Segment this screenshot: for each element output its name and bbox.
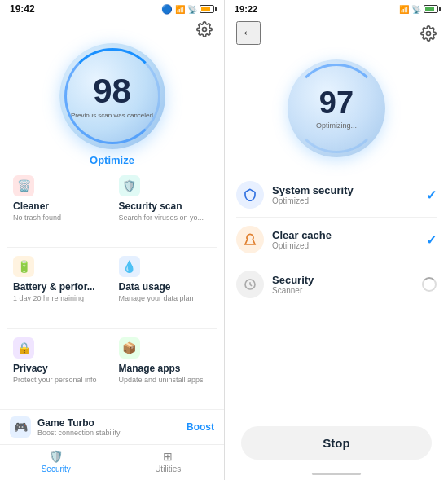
grid-cell-cleaner[interactable]: 🗑️ Cleaner No trash found: [7, 167, 112, 248]
left-header: [0, 18, 224, 41]
scan-item-system-security: System security Optimized ✓: [236, 173, 437, 218]
boost-button[interactable]: Boost: [187, 421, 214, 433]
security-scanner-text: Security Scanner: [272, 274, 422, 295]
security-scanner-sub: Scanner: [272, 286, 422, 295]
nav-security-icon: 🛡️: [49, 450, 63, 463]
left-panel: 19:42 🔵 📶 📡 98 Previous scan was cancele…: [0, 0, 224, 480]
clear-cache-icon: [236, 226, 264, 253]
scan-cancelled-text: Previous scan was canceled: [71, 112, 153, 119]
manage-apps-title: Manage apps: [119, 363, 212, 374]
optimize-button[interactable]: Optimize: [90, 149, 134, 168]
back-button[interactable]: ←: [236, 21, 261, 45]
right-score: 97: [319, 87, 354, 118]
right-score-orb: 97 Optimizing...: [288, 59, 385, 157]
grid-cell-privacy[interactable]: 🔒 Privacy Protect your personal info: [7, 329, 112, 409]
clear-cache-title: Clear cache: [272, 229, 426, 241]
system-security-text: System security Optimized: [272, 184, 426, 205]
settings-icon[interactable]: [196, 21, 213, 37]
right-panel: 19:22 📶 📡 ← 97 Optimizing... System se: [224, 0, 448, 480]
manage-apps-icon: 📦: [119, 337, 140, 359]
right-status-bar: 19:22 📶 📡: [225, 0, 448, 18]
privacy-icon: 🔒: [13, 337, 34, 359]
home-bar: [312, 473, 361, 475]
scan-item-clear-cache: Clear cache Optimized ✓: [236, 218, 437, 262]
nav-utilities-label: Utilities: [155, 465, 181, 473]
security-scanner-spinner: [422, 277, 437, 292]
home-indicator: [225, 473, 448, 480]
bottom-nav: 🛡️ Security ⊞ Utilities: [0, 444, 224, 480]
svg-point-1: [427, 31, 431, 35]
clear-cache-sub: Optimized: [272, 241, 426, 250]
feature-grid: 🗑️ Cleaner No trash found 🛡️ Security sc…: [0, 167, 224, 409]
battery-icon: [200, 5, 214, 13]
right-status-icons: 📶 📡: [399, 5, 438, 14]
security-scanner-title: Security: [272, 274, 422, 286]
left-status-icons: 🔵 📶 📡: [161, 4, 214, 15]
battery-cell-icon: 🔋: [13, 256, 34, 277]
cleaner-sub: No trash found: [13, 214, 105, 222]
optimizing-text: Optimizing...: [316, 121, 357, 130]
game-turbo-text: Game Turbo Boost connection stability: [37, 417, 187, 437]
right-header: ←: [225, 18, 448, 48]
clear-cache-text: Clear cache Optimized: [272, 229, 426, 250]
right-battery-icon: [424, 5, 438, 13]
security-scan-icon: 🛡️: [119, 175, 140, 196]
clear-cache-check: ✓: [426, 232, 437, 248]
data-usage-sub: Manage your data plan: [119, 294, 212, 302]
left-orb-area: 98 Previous scan was canceled Optimize: [0, 41, 224, 167]
system-security-sub: Optimized: [272, 196, 426, 205]
stop-button[interactable]: Stop: [241, 426, 432, 460]
security-scanner-icon: [236, 271, 264, 298]
cleaner-icon: 🗑️: [13, 175, 34, 196]
cleaner-title: Cleaner: [13, 200, 105, 212]
game-turbo-row[interactable]: 🎮 Game Turbo Boost connection stability …: [0, 409, 224, 444]
security-scan-sub: Search for viruses on yo...: [119, 214, 212, 222]
nav-utilities-icon: ⊞: [163, 450, 173, 463]
nav-item-utilities[interactable]: ⊞ Utilities: [112, 450, 225, 473]
wifi-icon: 📡: [187, 5, 197, 14]
game-turbo-title: Game Turbo: [37, 417, 187, 429]
battery-sub: 1 day 20 hr remaining: [13, 294, 105, 302]
privacy-title: Privacy: [13, 363, 105, 374]
right-settings-icon[interactable]: [420, 25, 437, 42]
scan-item-security-scanner: Security Scanner: [236, 262, 437, 306]
system-security-icon: [236, 181, 264, 209]
game-turbo-sub: Boost connection stability: [37, 429, 187, 437]
system-security-title: System security: [272, 184, 426, 196]
right-signal-icon: 📶: [399, 5, 409, 14]
nav-item-security[interactable]: 🛡️ Security: [0, 450, 112, 473]
game-turbo-icon: 🎮: [10, 416, 31, 438]
bluetooth-icon: 🔵: [161, 4, 173, 15]
left-score-orb: 98 Previous scan was canceled: [59, 43, 165, 149]
security-scan-title: Security scan: [119, 200, 212, 212]
right-time: 19:22: [235, 4, 257, 14]
grid-cell-manage-apps[interactable]: 📦 Manage apps Update and uninstall apps: [112, 329, 218, 409]
privacy-sub: Protect your personal info: [13, 376, 105, 384]
scan-list: System security Optimized ✓ Clear cache …: [225, 166, 448, 416]
manage-apps-sub: Update and uninstall apps: [119, 376, 212, 384]
signal-icon: 📶: [175, 5, 185, 14]
nav-security-label: Security: [42, 465, 71, 473]
stop-area: Stop: [225, 416, 448, 473]
data-usage-title: Data usage: [119, 281, 212, 293]
grid-cell-security-scan[interactable]: 🛡️ Security scan Search for viruses on y…: [112, 167, 218, 248]
right-wifi-icon: 📡: [411, 5, 421, 14]
left-score: 98: [93, 74, 131, 108]
data-usage-icon: 💧: [119, 256, 140, 277]
grid-cell-battery[interactable]: 🔋 Battery & perfor... 1 day 20 hr remain…: [7, 248, 112, 328]
system-security-check: ✓: [426, 187, 437, 203]
grid-cell-data-usage[interactable]: 💧 Data usage Manage your data plan: [112, 248, 218, 328]
battery-title: Battery & perfor...: [13, 281, 105, 293]
right-orb-area: 97 Optimizing...: [225, 48, 448, 166]
svg-point-0: [203, 28, 207, 32]
left-time: 19:42: [10, 3, 35, 15]
left-status-bar: 19:42 🔵 📶 📡: [0, 0, 224, 18]
